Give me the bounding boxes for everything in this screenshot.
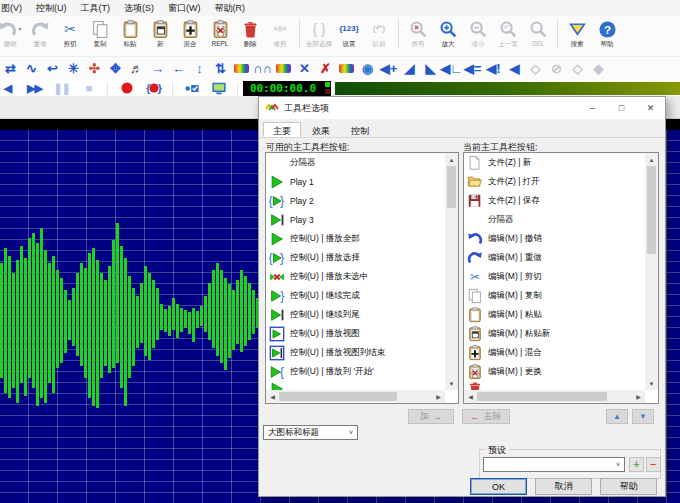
menu-item-1[interactable]: 控制(U) (29, 2, 74, 15)
menu-item-0[interactable]: 图(V) (0, 2, 29, 15)
effect-button-fade-in[interactable]: ◢ (399, 59, 420, 79)
transport-button-fast-forward[interactable]: ▶▶ (21, 81, 48, 96)
menu-item-2[interactable]: 工具(T) (74, 2, 118, 15)
list-item[interactable] (464, 381, 645, 390)
effect-button-tool-gray-1[interactable]: ◇ (525, 59, 546, 79)
toolbar-button-zoom-previous[interactable]: ↶上一页 (493, 16, 523, 48)
effect-button-equalizer[interactable]: ⇅ (210, 59, 231, 79)
effect-button-shape[interactable]: ↕ (189, 59, 210, 79)
effect-button-doppler[interactable]: ⇄ (0, 59, 21, 79)
effect-button-dynamics[interactable]: ∿ (21, 59, 42, 79)
list-item[interactable]: Play 3 (266, 210, 445, 229)
list-item[interactable]: 控制(U) | 播放全部 (266, 229, 445, 248)
effect-button-volume[interactable]: ◉ (357, 59, 378, 79)
scroll-down-icon[interactable]: ▼ (645, 377, 658, 390)
scroll-left-icon[interactable]: ◀ (464, 390, 477, 403)
move-up-button[interactable]: ▲ (606, 409, 628, 424)
effect-button-fade-out[interactable]: ◣ (420, 59, 441, 79)
list-item[interactable]: 文件(Z) | 打开 (464, 172, 645, 191)
list-item[interactable]: {控制(U) | 播放到 '开始' (266, 362, 445, 381)
effect-button-time-warp[interactable] (273, 59, 294, 79)
toolbar-button-zoom-out[interactable]: 缩小 (463, 16, 493, 48)
toolbar-button-redo[interactable]: 重做 (25, 16, 55, 48)
effect-button-volume-max[interactable]: ◀! (483, 59, 504, 79)
effect-button-mechanize[interactable]: ✥ (105, 59, 126, 79)
effect-button-exchange[interactable]: ✕ (294, 59, 315, 79)
toolbar-button-set[interactable]: {123}设置 (334, 16, 364, 48)
scroll-thumb[interactable] (447, 166, 456, 208)
available-list[interactable]: 分隔器Play 1{}Play 2Play 3控制(U) | 播放全部{}控制(… (265, 152, 459, 404)
minimize-button[interactable]: – (578, 97, 607, 119)
effect-button-reverb[interactable]: ∩∩ (252, 59, 273, 79)
scroll-thumb[interactable] (647, 166, 656, 254)
transport-button-pause[interactable]: ❚❚ (48, 81, 75, 96)
scroll-right-icon[interactable]: ▶ (432, 390, 445, 403)
transport-button-record-options[interactable] (178, 81, 205, 96)
effect-button-filter[interactable]: ✳ (63, 59, 84, 79)
move-down-button[interactable]: ▼ (632, 409, 654, 424)
scroll-up-icon[interactable]: ▲ (445, 153, 458, 166)
effect-button-pan[interactable] (336, 59, 357, 79)
ok-button[interactable]: OK (470, 478, 527, 495)
scroll-thumb[interactable] (477, 392, 607, 401)
list-item[interactable]: {}Play 2 (266, 191, 445, 210)
list-item[interactable]: 编辑(M) | 复制 (464, 286, 645, 305)
effect-button-volume-shape[interactable]: ◀∟ (441, 59, 462, 79)
toolbar-button-replace[interactable]: { }REPL (205, 16, 235, 48)
transport-button-rewind[interactable]: ◀ (0, 81, 21, 96)
scroll-up-icon[interactable]: ▲ (645, 153, 658, 166)
list-item[interactable]: {}控制(U) | 播放选择 (266, 248, 445, 267)
list-item[interactable]: 编辑(M) | 重做 (464, 248, 645, 267)
list-item[interactable]: 编辑(M) | 粘贴 (464, 305, 645, 324)
scroll-thumb[interactable] (279, 392, 397, 401)
current-list[interactable]: 文件(Z) | 新文件(Z) | 打开文件(Z) | 保存分隔器编辑(M) | … (463, 152, 659, 404)
tab-main[interactable]: 主要 (263, 122, 301, 137)
list-item[interactable]: }控制(U) | 继续完成 (266, 286, 445, 305)
maximize-button[interactable]: □ (607, 97, 636, 119)
effect-button-flip[interactable]: ↩ (42, 59, 63, 79)
available-hscrollbar[interactable]: ◀ ▶ (266, 390, 445, 403)
tab-control[interactable]: 控制 (341, 122, 379, 137)
available-vscrollbar[interactable]: ▲ ▼ (445, 153, 458, 390)
list-item[interactable]: 控制(U) | 播放视图到结束 (266, 343, 445, 362)
effect-button-volume-small[interactable]: ◀ (504, 59, 525, 79)
help-button[interactable]: 帮助 (600, 478, 657, 495)
toolbar-button-trim[interactable]: ×‖×修剪 (265, 16, 295, 48)
toolbar-button-mix[interactable]: 混合 (175, 16, 205, 48)
list-item[interactable] (266, 381, 445, 390)
effect-button-noise-reduction[interactable]: ✗ (315, 59, 336, 79)
toolbar-button-cut[interactable]: ✂剪切 (55, 16, 85, 48)
toolbar-button-help[interactable]: ?帮助 (592, 16, 622, 48)
toolbar-button-paste-new[interactable]: 新 (145, 16, 175, 48)
toolbar-button-copy[interactable]: 复制 (85, 16, 115, 48)
list-item[interactable]: 文件(Z) | 保存 (464, 191, 645, 210)
remove-button[interactable]: ←去除 (462, 409, 510, 424)
list-item[interactable]: 分隔器 (266, 153, 445, 172)
toolbar-button-previous[interactable]: {↶}以前 (364, 16, 394, 48)
toolbar-button-undo[interactable]: ▾撤销 (0, 16, 25, 48)
transport-button-record[interactable] (113, 81, 140, 96)
toolbar-button-paste[interactable]: 粘贴 (115, 16, 145, 48)
transport-button-stop[interactable]: ■ (75, 81, 102, 96)
effect-button-volume-even[interactable]: ◀= (462, 59, 483, 79)
preset-select[interactable]: ˅ (483, 457, 625, 472)
close-button[interactable]: ✕ (636, 97, 665, 119)
menu-item-3[interactable]: 选项(S) (117, 2, 161, 15)
current-vscrollbar[interactable]: ▲ ▼ (645, 153, 658, 390)
toolbar-button-cue-marker[interactable]: 搜索 (562, 16, 592, 48)
effect-button-volume-match[interactable]: ◀+ (378, 59, 399, 79)
list-item[interactable]: 分隔器 (464, 210, 645, 229)
toolbar-button-zoom-in[interactable]: 放大 (433, 16, 463, 48)
preset-add-button[interactable]: + (629, 457, 644, 472)
tab-effects[interactable]: 效果 (302, 122, 340, 137)
dialog-titlebar[interactable]: 工具栏选项 – □ ✕ (259, 97, 665, 119)
effect-button-reverse[interactable]: ← (168, 59, 189, 79)
menu-item-4[interactable]: 窗口(W) (161, 2, 208, 15)
toolbar-button-zoom-all[interactable]: 所有 (403, 16, 433, 48)
current-hscrollbar[interactable]: ◀ ▶ (464, 390, 645, 403)
effect-button-pitch[interactable]: ♬ (126, 59, 147, 79)
effect-button-tool-gray-4[interactable]: ◆ (588, 59, 609, 79)
list-item[interactable]: 控制(U) | 继续到尾 (266, 305, 445, 324)
cancel-button[interactable]: 取消 (535, 478, 592, 495)
effect-button-offset[interactable]: → (147, 59, 168, 79)
